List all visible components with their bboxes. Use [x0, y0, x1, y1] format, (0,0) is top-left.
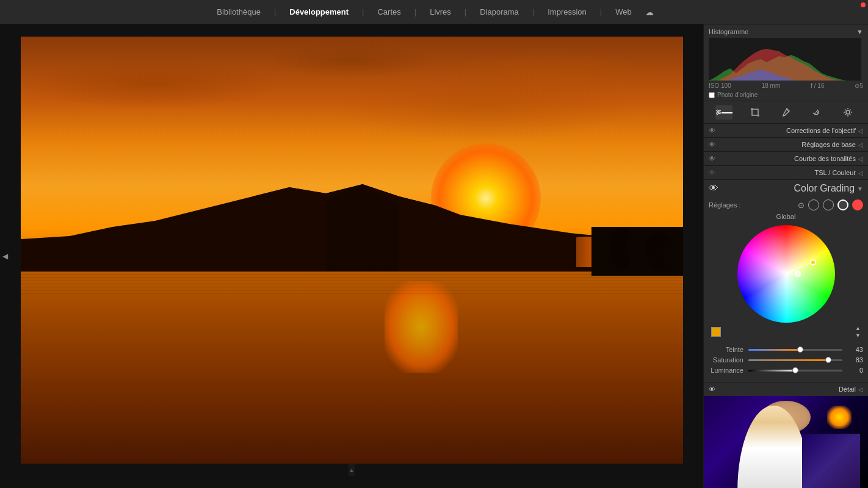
- color-swatch-small[interactable]: [711, 327, 721, 337]
- teinte-label: Teinte: [709, 346, 748, 353]
- histogram-title: Histogramme: [709, 28, 748, 35]
- svg-point-12: [717, 110, 719, 112]
- tsl-header[interactable]: 👁 TSL / Couleur ◁: [704, 166, 868, 179]
- main-content: ◀: [0, 24, 868, 488]
- teinte-row: Teinte 43: [709, 346, 863, 353]
- tool-brush[interactable]: [777, 105, 794, 120]
- wheel-up-arrow[interactable]: ▲: [855, 325, 861, 331]
- color-grading-title: Color Grading: [718, 183, 857, 194]
- courbe-eye[interactable]: 👁: [709, 155, 717, 162]
- saturation-label: Saturation: [709, 356, 748, 364]
- color-wheel-container: ▲ ▼: [704, 223, 868, 343]
- left-expand-arrow[interactable]: ◀: [2, 252, 8, 260]
- video-light: [827, 406, 852, 429]
- reglage-three-circles-icon[interactable]: ⊙: [798, 201, 805, 210]
- nav-sep-6: |: [600, 7, 602, 16]
- color-wheel[interactable]: [737, 225, 835, 323]
- iso-value: ISO 100: [709, 82, 731, 89]
- histogram-section: Histogramme ▼ ISO 100 18 mm f / 16: [704, 24, 868, 101]
- photo-container: [21, 37, 683, 464]
- cloud-icon[interactable]: ☁: [645, 7, 654, 17]
- tool-settings[interactable]: [839, 105, 856, 120]
- luminance-value: 0: [846, 367, 863, 374]
- reglage-circle-global-active[interactable]: [852, 199, 863, 210]
- corrections-arrow: ◁: [858, 127, 863, 134]
- ev-value: ⊙5: [855, 82, 863, 89]
- saturation-value: 83: [846, 356, 863, 364]
- reglage-circle-highlights[interactable]: [837, 199, 848, 210]
- video-thumbnail[interactable]: [704, 396, 868, 488]
- photo-canvas[interactable]: [21, 37, 683, 464]
- svg-point-13: [718, 112, 720, 113]
- reglages-base-eye[interactable]: 👁: [709, 141, 717, 148]
- corrections-eye[interactable]: 👁: [709, 127, 717, 134]
- histogram-info: ISO 100 18 mm f / 16 ⊙5: [709, 82, 863, 89]
- aperture-value: f / 16: [811, 82, 824, 89]
- wheel-main-dot[interactable]: [795, 271, 801, 277]
- teinte-track[interactable]: [748, 349, 842, 351]
- tsl-eye[interactable]: 👁: [709, 169, 717, 176]
- luminance-track[interactable]: [748, 370, 842, 371]
- nav-impression[interactable]: Impression: [545, 6, 589, 18]
- nav-sep-2: |: [362, 7, 364, 16]
- wheel-right-controls: ▲ ▼: [855, 325, 861, 339]
- detail-eye[interactable]: 👁: [709, 386, 715, 393]
- color-grading-eye[interactable]: 👁: [709, 183, 718, 194]
- corrections-title: Corrections de l'objectif: [717, 127, 858, 134]
- tool-crop[interactable]: [747, 105, 764, 120]
- water-lines: [21, 271, 683, 464]
- wheel-bottom-controls: ▲ ▼: [709, 323, 863, 341]
- teinte-value: 43: [846, 346, 863, 353]
- origin-photo-row: Photo d'origine: [709, 92, 863, 98]
- tsl-section: 👁 TSL / Couleur ◁: [704, 166, 868, 180]
- histogram-canvas: [709, 38, 861, 81]
- color-grading-header[interactable]: 👁 Color Grading ▼: [704, 180, 868, 197]
- histogram-header: Histogramme ▼: [709, 28, 863, 35]
- courbe-header[interactable]: 👁 Courbe des tonalités ◁: [704, 152, 868, 165]
- nav-web[interactable]: Web: [613, 6, 634, 18]
- luminance-thumb[interactable]: [792, 367, 798, 373]
- teinte-thumb[interactable]: [797, 346, 803, 353]
- nav-sep-1: |: [274, 7, 276, 16]
- wheel-down-arrow[interactable]: ▼: [855, 332, 861, 339]
- nav-sep-5: |: [532, 7, 534, 16]
- courbe-title: Courbe des tonalités: [717, 155, 858, 162]
- strip-up-arrow[interactable]: ▲: [349, 467, 355, 473]
- reglages-base-arrow: ◁: [858, 142, 863, 148]
- nav-cartes[interactable]: Cartes: [375, 6, 403, 18]
- corrections-section: 👁 Corrections de l'objectif ◁: [704, 124, 868, 138]
- tool-adjustments[interactable]: [715, 105, 732, 120]
- detail-section[interactable]: 👁 Détail ◁: [704, 382, 868, 396]
- top-navigation: Bibliothèque | Développement | Cartes | …: [0, 0, 868, 24]
- saturation-thumb[interactable]: [825, 357, 831, 363]
- reglages-base-header[interactable]: 👁 Réglages de base ◁: [704, 138, 868, 151]
- nav-livres[interactable]: Livres: [427, 6, 454, 18]
- tsl-title: TSL / Couleur: [717, 169, 858, 176]
- svg-point-23: [846, 110, 850, 114]
- water-area: [21, 271, 683, 464]
- photo-area: ◀: [0, 24, 703, 488]
- histogram-dropdown-arrow[interactable]: ▼: [856, 28, 863, 35]
- reglage-circle-shadows[interactable]: [808, 199, 819, 210]
- reglage-circles-group: ⊙: [798, 199, 863, 210]
- tool-underline: [722, 112, 732, 113]
- corrections-header[interactable]: 👁 Corrections de l'objectif ◁: [704, 124, 868, 137]
- reglages-base-title: Réglages de base: [717, 141, 858, 148]
- saturation-fill: [748, 359, 828, 361]
- wheel-yellow-dot[interactable]: [810, 259, 816, 265]
- reglages-base-section: 👁 Réglages de base ◁: [704, 138, 868, 152]
- nav-sep-4: |: [465, 7, 466, 16]
- nav-diaporama[interactable]: Diaporama: [477, 6, 521, 18]
- origin-photo-checkbox[interactable]: [709, 92, 715, 98]
- luminance-label: Luminance: [709, 367, 748, 374]
- nav-bibliotheque[interactable]: Bibliothèque: [214, 6, 263, 18]
- saturation-track[interactable]: [748, 359, 842, 361]
- tool-history[interactable]: [808, 105, 825, 120]
- reglages-label: Réglages :: [709, 201, 741, 209]
- teinte-fill: [748, 349, 800, 351]
- origin-photo-label: Photo d'origine: [717, 92, 758, 98]
- nav-developpement[interactable]: Développement: [287, 6, 351, 18]
- reglage-circle-midtones[interactable]: [823, 199, 834, 210]
- global-label: Global: [704, 212, 868, 223]
- saturation-row: Saturation 83: [709, 356, 863, 364]
